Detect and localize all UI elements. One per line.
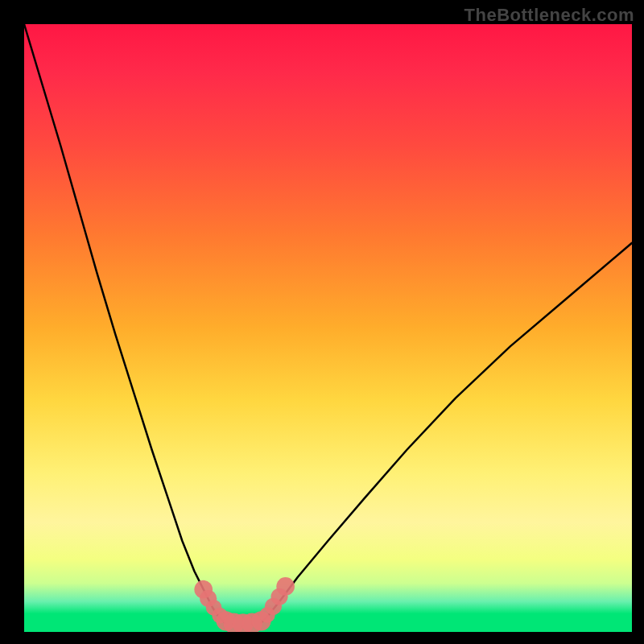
watermark-text: TheBottleneck.com [464, 5, 634, 26]
bottleneck-curve-right [261, 243, 632, 623]
bottleneck-curve-left [24, 24, 225, 623]
chart-plot-area [24, 24, 632, 632]
chart-curve-host [24, 24, 632, 632]
chart-svg [24, 24, 632, 632]
valley-marker [194, 577, 295, 632]
valley-marker-dot [276, 577, 295, 596]
